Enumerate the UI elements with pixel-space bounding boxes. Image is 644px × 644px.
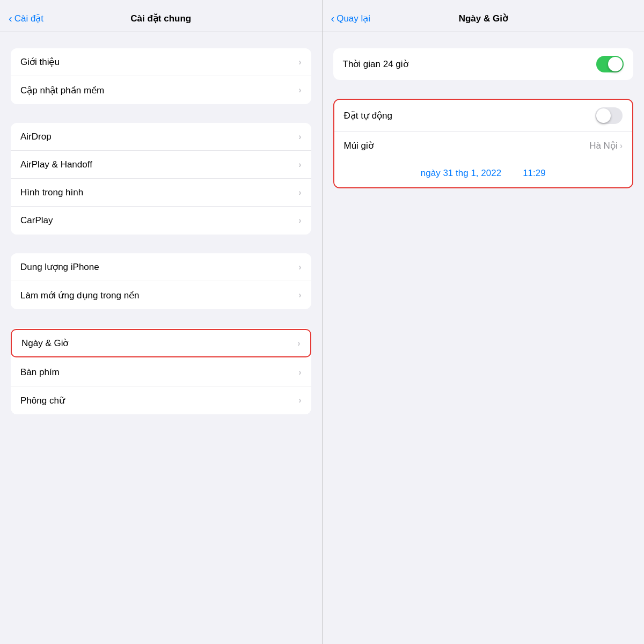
settings-item-phongchu[interactable]: Phông chữ › bbox=[11, 386, 311, 414]
thoigian24h-toggle-knob bbox=[608, 57, 623, 71]
muigio-row[interactable]: Múi giờ Hà Nội › bbox=[334, 131, 633, 159]
airdrop-label: AirDrop bbox=[20, 131, 52, 142]
muigio-value-container: Hà Nội › bbox=[589, 140, 623, 151]
thoigian24h-label: Thời gian 24 giờ bbox=[343, 58, 408, 70]
right-nav-title: Ngày & Giờ bbox=[459, 13, 508, 24]
phongchu-right: › bbox=[298, 396, 301, 405]
lammoi-chevron: › bbox=[298, 290, 301, 300]
ngaygio-chevron: › bbox=[297, 339, 300, 348]
carplay-right: › bbox=[298, 216, 301, 225]
dungluo-right: › bbox=[298, 262, 301, 272]
settings-item-carplay[interactable]: CarPlay › bbox=[11, 207, 311, 235]
dattudong-row: Đặt tự động bbox=[334, 100, 633, 131]
thoigian24h-row: Thời gian 24 giờ bbox=[333, 48, 634, 80]
banphim-label: Bàn phím bbox=[20, 367, 60, 378]
dattudong-toggle-knob bbox=[596, 108, 611, 123]
dungluo-label: Dung lượng iPhone bbox=[20, 261, 99, 273]
ngaygio-label: Ngày & Giờ bbox=[21, 338, 68, 349]
carplay-label: CarPlay bbox=[20, 215, 53, 226]
right-back-chevron-icon: ‹ bbox=[331, 12, 335, 25]
left-content: Giới thiệu › Cập nhật phần mềm › AirDrop… bbox=[0, 32, 322, 644]
phongchu-chevron: › bbox=[298, 396, 301, 405]
settings-group-2: AirDrop › AirPlay & Handoff › Hình trong… bbox=[11, 123, 311, 235]
hinhtrong-label: Hình trong hình bbox=[20, 187, 83, 198]
date-value[interactable]: ngày 31 thg 1, 2022 bbox=[421, 168, 501, 179]
left-nav-title: Cài đặt chung bbox=[130, 13, 191, 24]
settings-item-ngaygio[interactable]: Ngày & Giờ › bbox=[11, 329, 311, 357]
capnhat-right: › bbox=[298, 85, 301, 95]
back-chevron-icon: ‹ bbox=[9, 12, 12, 25]
settings-item-hinhtrong[interactable]: Hình trong hình › bbox=[11, 179, 311, 207]
airdrop-right: › bbox=[298, 132, 301, 142]
ngaygio-right: › bbox=[297, 339, 300, 348]
banphim-chevron: › bbox=[298, 368, 301, 377]
thoigian24h-group: Thời gian 24 giờ bbox=[333, 48, 634, 80]
left-back-label: Cài đặt bbox=[14, 13, 43, 24]
dungluo-chevron: › bbox=[298, 262, 301, 272]
right-panel: ‹ Quay lại Ngày & Giờ Thời gian 24 giờ Đ… bbox=[323, 0, 645, 644]
settings-item-airdrop[interactable]: AirDrop › bbox=[11, 123, 311, 151]
right-back-label: Quay lại bbox=[336, 13, 370, 24]
lammoi-label: Làm mới ứng dụng trong nền bbox=[20, 290, 140, 301]
right-nav-bar: ‹ Quay lại Ngày & Giờ bbox=[323, 0, 645, 32]
thoigian24h-toggle[interactable] bbox=[596, 56, 624, 72]
airplay-label: AirPlay & Handoff bbox=[20, 159, 92, 170]
carplay-chevron: › bbox=[298, 216, 301, 225]
left-nav-bar: ‹ Cài đặt Cài đặt chung bbox=[0, 0, 322, 32]
dattudong-toggle[interactable] bbox=[595, 107, 623, 124]
hinhtrong-chevron: › bbox=[298, 188, 301, 197]
settings-item-banphim[interactable]: Bàn phím › bbox=[11, 358, 311, 386]
hinhtrong-right: › bbox=[298, 188, 301, 197]
settings-group-1: Giới thiệu › Cập nhật phần mềm › bbox=[11, 48, 311, 104]
dattudong-label: Đặt tự động bbox=[344, 110, 393, 121]
gioithieu-right: › bbox=[298, 57, 301, 67]
settings-item-dungluo[interactable]: Dung lượng iPhone › bbox=[11, 253, 311, 281]
gioithieu-chevron: › bbox=[298, 57, 301, 67]
capnhat-chevron: › bbox=[298, 85, 301, 95]
airplay-right: › bbox=[298, 160, 301, 170]
muigio-label: Múi giờ bbox=[344, 140, 374, 151]
settings-item-lammoi[interactable]: Làm mới ứng dụng trong nền › bbox=[11, 281, 311, 309]
lammoi-right: › bbox=[298, 290, 301, 300]
phongchu-label: Phông chữ bbox=[20, 395, 65, 406]
settings-group-3: Dung lượng iPhone › Làm mới ứng dụng tro… bbox=[11, 253, 311, 309]
capnhat-label: Cập nhật phần mềm bbox=[20, 85, 104, 96]
gioithieu-label: Giới thiệu bbox=[20, 56, 60, 68]
settings-item-gioithieu[interactable]: Giới thiệu › bbox=[11, 48, 311, 76]
left-nav-back[interactable]: ‹ Cài đặt bbox=[9, 13, 43, 25]
left-panel: ‹ Cài đặt Cài đặt chung Giới thiệu › Cập… bbox=[0, 0, 323, 644]
settings-item-airplay[interactable]: AirPlay & Handoff › bbox=[11, 151, 311, 179]
muigio-value: Hà Nội bbox=[589, 140, 618, 151]
right-nav-back[interactable]: ‹ Quay lại bbox=[331, 13, 371, 25]
airdrop-chevron: › bbox=[298, 132, 301, 142]
time-value[interactable]: 11:29 bbox=[523, 168, 546, 179]
settings-item-capnhat[interactable]: Cập nhật phần mềm › bbox=[11, 76, 311, 104]
settings-group-4: Ngày & Giờ › Bàn phím › Phông chữ › bbox=[11, 328, 311, 414]
dattudong-group: Đặt tự động Múi giờ Hà Nội › ngày 31 thg… bbox=[333, 99, 634, 188]
banphim-right: › bbox=[298, 368, 301, 377]
muigio-chevron: › bbox=[620, 141, 623, 151]
right-content: Thời gian 24 giờ Đặt tự động Múi giờ Hà … bbox=[323, 32, 645, 644]
airplay-chevron: › bbox=[298, 160, 301, 170]
datetime-row: ngày 31 thg 1, 2022 11:29 bbox=[334, 159, 633, 187]
